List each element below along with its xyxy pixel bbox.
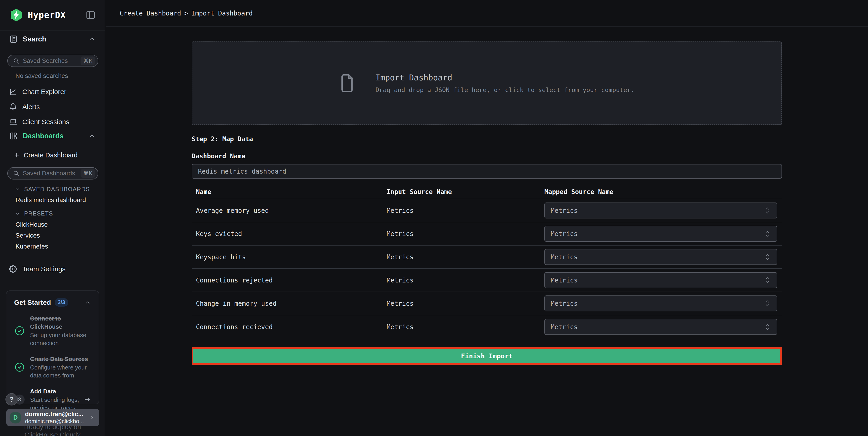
table-row: Keys evicted Metrics Metrics [192,222,782,245]
no-saved-searches-text: No saved searches [16,72,68,80]
table-row: Connections rejected Metrics Metrics [192,269,782,292]
mapped-source-select[interactable]: Metrics [545,295,777,311]
table-row: Connections recieved Metrics Metrics [192,315,782,339]
chevron-up-icon [89,133,96,139]
topbar: Create Dashboard > Import Dashboard [105,0,868,27]
file-icon [339,73,355,94]
laptop-icon [9,118,17,126]
select-updown-icon [764,323,771,331]
sidebar-item-client-sessions[interactable]: Client Sessions [0,114,105,129]
dashboard-grid-icon [9,132,18,140]
mapped-source-select[interactable]: Metrics [545,203,777,219]
sidebar-item-preset-kubernetes[interactable]: Kubernetes [0,241,105,252]
saved-searches-input[interactable] [23,57,81,64]
table-row: Change in memory used Metrics Metrics [192,292,782,315]
dropzone-title: Import Dashboard [375,73,634,82]
search-section-label: Search [23,35,46,43]
sidebar-item-preset-clickhouse[interactable]: ClickHouse [0,219,105,230]
search-icon [13,57,20,64]
main-area: Import Dashboard Drag and drop a JSON fi… [105,27,868,436]
mapped-source-select[interactable]: Metrics [545,249,777,265]
select-updown-icon [764,276,771,284]
step-label: Step 2: Map Data [192,135,782,143]
user-profile-button[interactable]: D dominic.tran@clic... dominic.tran@clic… [6,409,99,426]
search-icon [13,170,20,177]
sidebar-section-dashboards[interactable]: Dashboards [0,129,105,143]
hyperdx-logo-icon [9,8,23,22]
breadcrumb-import-dashboard[interactable]: Import Dashboard [191,9,253,17]
check-circle-icon [14,325,25,336]
sidebar-item-alerts[interactable]: Alerts [0,99,105,114]
select-updown-icon [764,230,771,238]
dashboard-name-input[interactable] [192,164,782,179]
dropzone-subtitle: Drag and drop a JSON file here, or click… [375,86,634,93]
select-updown-icon [764,253,771,261]
check-circle-icon [14,362,25,373]
dashboard-name-label: Dashboard Name [192,152,782,160]
breadcrumb-separator: > [184,9,188,17]
create-dashboard-button[interactable]: Create Dashboard [0,148,105,163]
brand-name: HyperDX [28,10,66,20]
sidebar-section-search[interactable]: Search [0,30,105,48]
gear-icon [9,265,17,273]
avatar: D [9,412,21,424]
table-row: Keyspace hits Metrics Metrics [192,245,782,269]
get-started-step-add-data[interactable]: 3 Add Data Start sending logs, metrics, … [14,387,91,412]
column-header-input-source: Input Source Name [382,188,540,196]
sidebar: HyperDX Search ⌘K No saved searches Char… [0,0,105,436]
chevron-down-icon [14,186,21,192]
mapped-source-select[interactable]: Metrics [545,319,777,335]
finish-import-button[interactable]: Finish Import [192,347,782,365]
column-header-name: Name [192,188,382,196]
chevron-up-icon [89,36,96,42]
saved-dashboards-header[interactable]: SAVED DASHBOARDS [0,183,105,195]
logo-row: HyperDX [0,0,105,30]
saved-dashboards-input[interactable] [23,170,81,177]
cloud-teaser-line2: ClickHouse Cloud? [0,431,105,436]
saved-searches-search[interactable]: ⌘K [7,55,98,67]
table-header-row: Name Input Source Name Mapped Source Nam… [192,185,782,199]
get-started-step-sources[interactable]: Create Data Sources Configure where your… [14,355,91,379]
user-name: dominic.tran@clic... [25,410,89,418]
sidebar-item-team-settings[interactable]: Team Settings [0,262,105,277]
mapped-source-select[interactable]: Metrics [545,226,777,242]
get-started-card: Get Started 2/3 Connect to ClickHouse Se… [6,290,99,404]
get-started-title: Get Started [14,299,51,307]
sidebar-collapse-icon[interactable] [86,10,96,20]
sidebar-item-preset-services[interactable]: Services [0,230,105,241]
column-header-mapped-source: Mapped Source Name [540,188,782,196]
presets-header[interactable]: PRESETS [0,208,105,219]
bell-icon [9,103,17,111]
chevron-right-icon [89,414,95,421]
chart-icon [9,88,17,96]
shortcut-badge: ⌘K [81,57,95,65]
shortcut-badge: ⌘K [81,169,95,178]
select-updown-icon [764,299,771,308]
sidebar-item-chart-explorer[interactable]: Chart Explorer [0,84,105,99]
select-updown-icon [764,206,771,214]
chevron-up-icon[interactable] [85,299,91,306]
saved-dashboards-search[interactable]: ⌘K [7,167,98,179]
sidebar-item-redis-dashboard[interactable]: Redis metrics dashboard [0,195,105,205]
help-button[interactable]: ? [5,393,18,405]
arrow-right-icon [84,396,91,403]
mapped-source-select[interactable]: Metrics [545,272,777,288]
user-email: dominic.tran@clickho... [25,418,89,425]
search-journal-icon [9,35,18,43]
plus-icon [13,152,20,158]
chevron-down-icon [14,210,21,216]
mapping-table: Name Input Source Name Mapped Source Nam… [192,185,782,339]
get-started-step-connect[interactable]: Connect to ClickHouse Set up your databa… [14,314,91,347]
dashboards-section-label: Dashboards [23,132,63,140]
breadcrumb-create-dashboard[interactable]: Create Dashboard [120,9,181,17]
table-row: Average memory used Metrics Metrics [192,199,782,222]
progress-badge: 2/3 [55,298,68,307]
import-dropzone[interactable]: Import Dashboard Drag and drop a JSON fi… [192,41,782,125]
